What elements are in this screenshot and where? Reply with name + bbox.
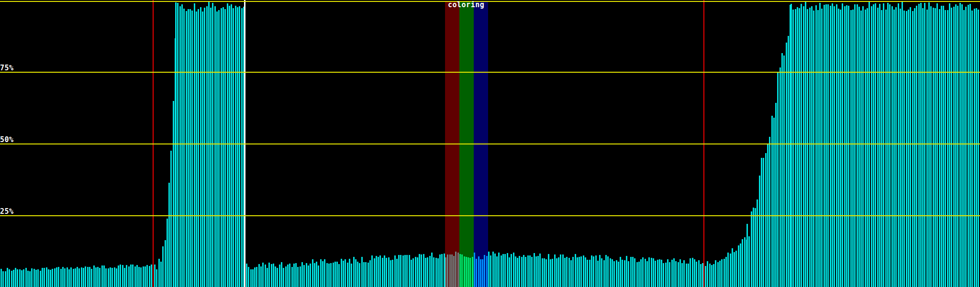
gridline-25pct bbox=[0, 215, 980, 216]
gridline-100pct bbox=[0, 1, 980, 2]
percentage-histogram-chart: 75% 50% 25% coloring bbox=[0, 0, 980, 287]
y-tick-label-50: 50% bbox=[0, 135, 14, 144]
gridlines-layer bbox=[0, 0, 980, 287]
y-tick-label-25: 25% bbox=[0, 207, 14, 216]
coloring-label: coloring bbox=[448, 0, 484, 9]
gridline-75pct bbox=[0, 72, 980, 73]
y-tick-label-75: 75% bbox=[0, 64, 14, 72]
gridline-50pct bbox=[0, 144, 980, 144]
